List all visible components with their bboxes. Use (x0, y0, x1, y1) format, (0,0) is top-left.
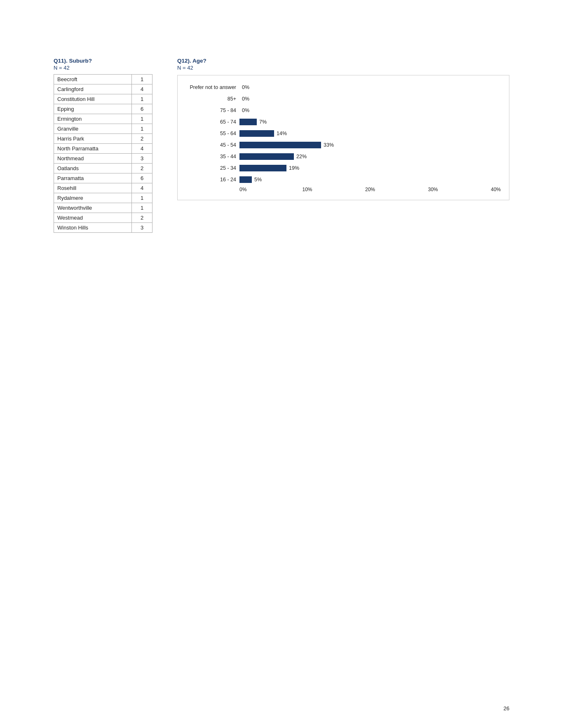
q12-section: Q12). Age? N = 42 Prefer not to answer0%… (177, 58, 509, 200)
q11-section: Q11). Suburb? N = 42 Beecroft1Carlingfor… (54, 58, 152, 233)
table-row: Ermington1 (54, 114, 152, 124)
q12-n: N = 42 (177, 65, 509, 71)
table-row: Harris Park2 (54, 134, 152, 144)
list-item: 75 - 840% (186, 106, 501, 115)
bar-value: 0% (242, 84, 249, 90)
suburb-count: 1 (132, 94, 152, 104)
q11-title: Q11). Suburb? (54, 58, 152, 64)
x-tick-label: 30% (428, 187, 491, 192)
bar (239, 165, 286, 171)
bar (239, 142, 321, 148)
suburb-count: 1 (132, 193, 152, 203)
list-item: 55 - 6414% (186, 129, 501, 138)
table-row: Epping6 (54, 104, 152, 114)
table-row: Constitution Hill1 (54, 94, 152, 104)
suburb-count: 1 (132, 124, 152, 134)
suburb-count: 3 (132, 223, 152, 233)
suburb-count: 4 (132, 144, 152, 154)
bar-value: 19% (289, 165, 299, 171)
bar-container: 14% (239, 130, 501, 137)
suburb-name: Constitution Hill (54, 94, 132, 104)
list-item: Prefer not to answer0% (186, 83, 501, 92)
list-item: 35 - 4422% (186, 152, 501, 161)
suburb-count: 6 (132, 173, 152, 183)
suburb-name: Ermington (54, 114, 132, 124)
list-item: 25 - 3419% (186, 164, 501, 173)
bar-label: 25 - 34 (186, 165, 239, 171)
bar-value: 7% (259, 119, 267, 125)
bar (239, 119, 257, 125)
suburb-count: 1 (132, 75, 152, 84)
q12-title: Q12). Age? (177, 58, 509, 64)
bar-container: 5% (239, 176, 501, 183)
suburb-count: 6 (132, 104, 152, 114)
list-item: 16 - 245% (186, 175, 501, 184)
table-row: Granville1 (54, 124, 152, 134)
list-item: 45 - 5433% (186, 140, 501, 150)
x-tick-label: 10% (303, 187, 366, 192)
bar-label: 45 - 54 (186, 142, 239, 148)
suburb-name: Granville (54, 124, 132, 134)
table-row: North Parramatta4 (54, 144, 152, 154)
x-axis: 0%10%20%30%40% (186, 187, 501, 192)
bar-label: 65 - 74 (186, 119, 239, 125)
bar-container: 0% (239, 95, 501, 103)
suburb-name: North Parramatta (54, 144, 132, 154)
suburb-count: 2 (132, 164, 152, 173)
suburb-count: 2 (132, 213, 152, 223)
bar-container: 33% (239, 141, 501, 149)
suburb-count: 1 (132, 203, 152, 213)
bar-container: 7% (239, 118, 501, 126)
x-tick-label: 20% (365, 187, 428, 192)
bar-value: 33% (324, 142, 334, 148)
suburb-name: Oatlands (54, 164, 132, 173)
list-item: 85+0% (186, 94, 501, 103)
suburb-count: 1 (132, 114, 152, 124)
bar-value: 0% (242, 96, 249, 102)
bar-label: 85+ (186, 96, 239, 102)
bar-container: 0% (239, 107, 501, 114)
suburb-name: Northmead (54, 154, 132, 164)
bar-container: 22% (239, 153, 501, 160)
table-row: Rosehill4 (54, 183, 152, 193)
suburb-name: Beecroft (54, 75, 132, 84)
bar-container: 19% (239, 164, 501, 172)
table-row: Westmead2 (54, 213, 152, 223)
suburb-name: Parramatta (54, 173, 132, 183)
bar (239, 153, 294, 160)
bar-value: 14% (277, 131, 287, 136)
suburb-name: Winston Hills (54, 223, 132, 233)
suburb-count: 4 (132, 183, 152, 193)
suburb-name: Harris Park (54, 134, 132, 144)
bar-label: 16 - 24 (186, 177, 239, 183)
table-row: Oatlands2 (54, 164, 152, 173)
page-number: 26 (504, 705, 509, 712)
table-row: Beecroft1 (54, 75, 152, 84)
table-row: Winston Hills3 (54, 223, 152, 233)
table-row: Rydalmere1 (54, 193, 152, 203)
bar-container: 0% (239, 84, 501, 91)
suburb-count: 3 (132, 154, 152, 164)
suburb-name: Rosehill (54, 183, 132, 193)
x-tick-label: 40% (491, 187, 501, 192)
bar-label: 55 - 64 (186, 131, 239, 136)
bar-label: 35 - 44 (186, 154, 239, 159)
table-row: Northmead3 (54, 154, 152, 164)
bar-value: 5% (254, 177, 262, 183)
bar (239, 130, 274, 137)
suburb-name: Westmead (54, 213, 132, 223)
suburb-name: Epping (54, 104, 132, 114)
suburb-count: 2 (132, 134, 152, 144)
bar-label: 75 - 84 (186, 108, 239, 113)
bar (239, 176, 252, 183)
suburb-table: Beecroft1Carlingford4Constitution Hill1E… (54, 74, 152, 233)
table-row: Wentworthville1 (54, 203, 152, 213)
suburb-name: Wentworthville (54, 203, 132, 213)
q11-n: N = 42 (54, 65, 152, 71)
bar-label: Prefer not to answer (186, 84, 239, 90)
bar-value: 22% (296, 154, 307, 159)
list-item: 65 - 747% (186, 117, 501, 126)
x-tick-label: 0% (239, 187, 303, 192)
age-chart: Prefer not to answer0%85+0%75 - 840%65 -… (177, 75, 509, 200)
suburb-name: Rydalmere (54, 193, 132, 203)
